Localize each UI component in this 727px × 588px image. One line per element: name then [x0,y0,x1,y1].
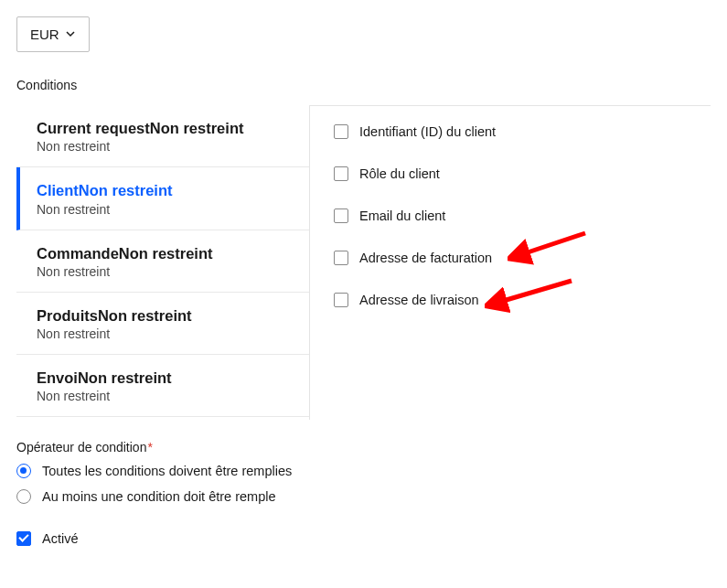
condition-sub: Non restreint [37,202,289,217]
checkbox-row-shipping-address[interactable]: Adresse de livraison [334,293,687,307]
activated-label: Activé [42,531,79,546]
checkbox-row-client-id[interactable]: Identifiant (ID) du client [334,124,687,139]
checkbox-label: Identifiant (ID) du client [359,124,496,139]
radio[interactable] [16,489,31,504]
checkbox-label: Adresse de facturation [359,251,492,265]
checkbox[interactable] [334,208,348,223]
activated-row[interactable]: Activé [16,531,711,546]
condition-item-produits[interactable]: ProduitsNon restreint Non restreint [16,293,309,355]
svg-line-1 [517,233,585,256]
radio-row-all-conditions[interactable]: Toutes les conditions doivent être rempl… [16,464,711,478]
condition-operator-section: Opérateur de condition* Toutes les condi… [16,440,711,504]
annotation-arrow-icon [485,276,576,313]
condition-sub: Non restreint [37,326,289,341]
radio-label: Toutes les conditions doivent être rempl… [42,464,292,478]
condition-sub: Non restreint [37,389,289,403]
checkbox-label: Email du client [359,208,445,223]
condition-item-envoi[interactable]: EnvoiNon restreint Non restreint [16,355,309,417]
condition-sub: Non restreint [37,264,289,279]
checkbox[interactable] [334,251,348,265]
radio-row-any-condition[interactable]: Au moins une condition doit être remple [16,489,711,504]
client-options-panel: Identifiant (ID) du client Rôle du clien… [309,105,711,420]
checkbox[interactable] [334,124,348,139]
radio[interactable] [16,464,31,478]
currency-selector[interactable]: EUR [16,16,90,52]
condition-title: CommandeNon restreint [37,243,289,263]
chevron-down-icon [65,27,76,42]
condition-title: ClientNon restreint [37,180,289,200]
checkbox[interactable] [334,293,348,307]
checkbox-row-client-email[interactable]: Email du client [334,208,687,223]
annotation-arrow-icon [508,229,590,265]
condition-item-current-request[interactable]: Current requestNon restreint Non restrei… [16,105,309,167]
condition-title: ProduitsNon restreint [37,305,289,326]
checkbox[interactable] [334,166,348,181]
currency-value: EUR [30,27,59,42]
condition-sub: Non restreint [37,139,289,154]
checkbox-label: Rôle du client [359,166,440,181]
conditions-label: Conditions [16,78,711,92]
operator-label: Opérateur de condition* [16,440,711,454]
condition-item-client[interactable]: ClientNon restreint Non restreint [16,167,309,230]
condition-title: EnvoiNon restreint [37,368,289,388]
checkbox[interactable] [16,531,31,546]
svg-line-3 [494,281,572,304]
checkbox-row-client-role[interactable]: Rôle du client [334,166,687,181]
condition-title: Current requestNon restreint [37,118,289,138]
conditions-list: Current requestNon restreint Non restrei… [16,105,309,417]
condition-item-commande[interactable]: CommandeNon restreint Non restreint [16,230,309,293]
checkbox-label: Adresse de livraison [359,293,479,307]
radio-label: Au moins une condition doit être remple [42,489,276,504]
required-marker: * [147,440,152,454]
checkbox-row-billing-address[interactable]: Adresse de facturation [334,251,687,265]
